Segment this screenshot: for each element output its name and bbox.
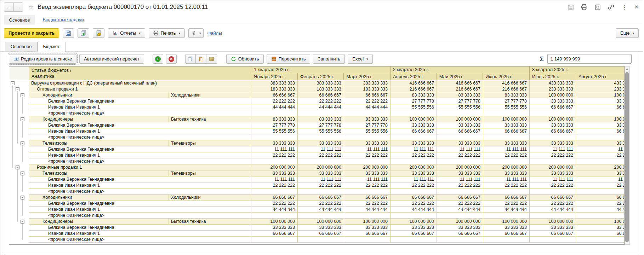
- value-cell[interactable]: [530, 189, 576, 195]
- article-cell[interactable]: Белкина Вероника Геннадиевна: [29, 146, 251, 152]
- value-cell[interactable]: [298, 189, 344, 195]
- value-cell[interactable]: 11 111 111: [483, 146, 530, 152]
- value-cell[interactable]: 11 111 111: [298, 146, 344, 152]
- value-cell[interactable]: 55 555 556: [437, 104, 483, 110]
- article-cell[interactable]: Белкина Вероника Геннадиевна: [29, 225, 251, 231]
- value-cell[interactable]: [437, 189, 483, 195]
- value-cell[interactable]: 11 111 111: [530, 176, 576, 182]
- save-icon[interactable]: [568, 4, 574, 10]
- value-cell[interactable]: 33 333 333: [298, 170, 344, 176]
- value-cell[interactable]: 33 333 333: [483, 122, 530, 128]
- value-cell[interactable]: 100 000 000: [576, 116, 625, 122]
- value-cell[interactable]: [298, 158, 344, 164]
- value-cell[interactable]: 66 666 667: [530, 195, 576, 201]
- value-cell[interactable]: 22 222 222: [344, 182, 391, 189]
- tree-collapse-toggle[interactable]: −: [21, 172, 24, 175]
- value-cell[interactable]: [530, 134, 576, 140]
- value-cell[interactable]: 22 222 222: [251, 152, 298, 158]
- value-cell[interactable]: 183 333 333: [344, 86, 391, 92]
- value-cell[interactable]: 66 666 667: [437, 128, 483, 134]
- preview-icon[interactable]: [594, 4, 601, 10]
- value-cell[interactable]: 416 666 667: [391, 80, 437, 86]
- value-cell[interactable]: 33 333 333: [576, 170, 625, 176]
- article-cell[interactable]: <прочие Физические лица>: [29, 158, 251, 164]
- value-cell[interactable]: 66 666 667: [437, 231, 483, 237]
- article-cell[interactable]: Выручка отреализации с НДС (оперативный …: [29, 80, 251, 86]
- analytics-cell[interactable]: Телевизоры: [169, 170, 251, 176]
- value-cell[interactable]: 233 333 333: [576, 86, 625, 92]
- value-cell[interactable]: 200 000 000: [344, 164, 391, 170]
- value-cell[interactable]: 100 000 000: [530, 116, 576, 122]
- value-cell[interactable]: 200 000 000: [391, 164, 437, 170]
- value-cell[interactable]: 100 000 000: [391, 219, 437, 225]
- value-cell[interactable]: 66 666 667: [576, 195, 625, 201]
- value-cell[interactable]: 33 333 333: [530, 225, 576, 231]
- value-cell[interactable]: 11 111 111: [483, 176, 530, 182]
- article-cell[interactable]: Иванов Иван Иванович 1: [29, 128, 251, 134]
- tree-collapse-toggle[interactable]: −: [16, 166, 19, 169]
- analytics-cell[interactable]: Холодильники: [169, 195, 251, 201]
- value-cell[interactable]: [251, 237, 298, 243]
- value-cell[interactable]: 22 222 222: [530, 182, 576, 189]
- value-cell[interactable]: 22 222 222: [530, 201, 576, 207]
- attachments-button[interactable]: ▾: [188, 28, 204, 38]
- value-cell[interactable]: 100 000 000: [437, 219, 483, 225]
- value-cell[interactable]: 33 333 333: [483, 140, 530, 146]
- value-cell[interactable]: [576, 110, 625, 116]
- value-cell[interactable]: 11 111 111: [344, 146, 391, 152]
- value-cell[interactable]: [576, 213, 625, 219]
- value-cell[interactable]: 33 333 333: [344, 140, 391, 146]
- value-cell[interactable]: 383 333 333: [251, 80, 298, 86]
- copy-button[interactable]: [185, 54, 196, 64]
- value-cell[interactable]: 33 333 333: [437, 225, 483, 231]
- value-cell[interactable]: 200 000 000: [437, 164, 483, 170]
- value-cell[interactable]: 66 666 667: [251, 92, 298, 98]
- value-cell[interactable]: [344, 158, 391, 164]
- value-cell[interactable]: 33 333 333: [576, 140, 625, 146]
- close-icon[interactable]: ✕: [634, 4, 639, 10]
- value-cell[interactable]: 66 666 667: [530, 104, 576, 110]
- value-cell[interactable]: 22 222 222: [298, 201, 344, 207]
- tree-collapse-toggle[interactable]: −: [21, 141, 24, 145]
- value-cell[interactable]: [298, 110, 344, 116]
- value-cell[interactable]: 22 222 222: [530, 152, 576, 158]
- value-cell[interactable]: 83 333 333: [298, 116, 344, 122]
- value-cell[interactable]: 216 666 667: [391, 86, 437, 92]
- forward-button[interactable]: →: [13, 3, 23, 11]
- value-cell[interactable]: 433 333 333: [576, 80, 625, 86]
- value-cell[interactable]: 44 444 444: [344, 207, 391, 213]
- article-cell[interactable]: Кондиционеры: [29, 116, 169, 122]
- value-cell[interactable]: 11 111 111: [251, 146, 298, 152]
- value-cell[interactable]: 55 555 556: [298, 128, 344, 134]
- value-cell[interactable]: 33 333 333: [437, 170, 483, 176]
- value-cell[interactable]: [344, 189, 391, 195]
- value-cell[interactable]: 66 666 667: [344, 92, 391, 98]
- value-cell[interactable]: 27 777 778: [251, 122, 298, 128]
- article-cell[interactable]: Холодильники: [29, 195, 169, 201]
- fill-button[interactable]: Заполнить: [313, 54, 345, 64]
- value-cell[interactable]: 66 666 667: [530, 231, 576, 237]
- value-cell[interactable]: 44 444 444: [576, 207, 625, 213]
- value-cell[interactable]: 22 222 222: [251, 98, 298, 104]
- tab-main[interactable]: Основное: [4, 15, 35, 25]
- value-cell[interactable]: [391, 134, 437, 140]
- value-cell[interactable]: 66 666 667: [483, 195, 530, 201]
- value-cell[interactable]: [344, 110, 391, 116]
- analytics-cell[interactable]: Бытовая техника: [169, 116, 251, 122]
- article-cell[interactable]: Белкина Вероника Геннадиевна: [29, 122, 251, 128]
- value-cell[interactable]: 11 111 111: [576, 146, 625, 152]
- value-cell[interactable]: 22 222 222: [298, 152, 344, 158]
- value-cell[interactable]: [483, 110, 530, 116]
- link-icon[interactable]: [608, 4, 614, 10]
- value-cell[interactable]: 33 333 333: [483, 170, 530, 176]
- value-cell[interactable]: 100 000 000: [344, 219, 391, 225]
- value-cell[interactable]: 66 666 667: [576, 128, 625, 134]
- value-cell[interactable]: 66 666 667: [576, 104, 625, 110]
- value-cell[interactable]: 416 666 667: [437, 80, 483, 86]
- value-cell[interactable]: 27 777 778: [391, 98, 437, 104]
- form-tab-main[interactable]: Основное: [5, 42, 38, 51]
- value-cell[interactable]: 22 222 222: [576, 201, 625, 207]
- value-cell[interactable]: 33 333 333: [530, 122, 576, 128]
- scrollbar-thumb[interactable]: [625, 72, 629, 242]
- value-cell[interactable]: [391, 189, 437, 195]
